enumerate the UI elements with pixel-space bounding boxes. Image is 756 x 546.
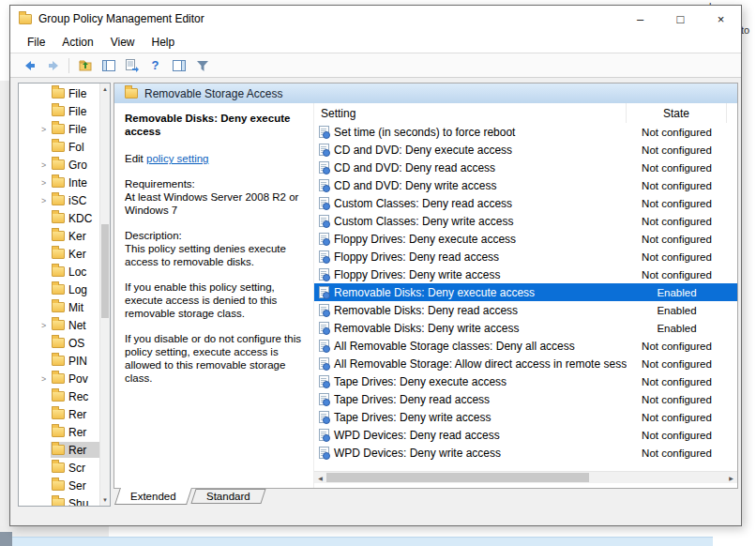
tree-item[interactable]: Ser bbox=[19, 477, 99, 494]
scroll-left-icon[interactable]: ◀ bbox=[314, 472, 326, 483]
tree-item[interactable]: Scr bbox=[19, 459, 99, 477]
tree-item[interactable]: PIN bbox=[19, 352, 99, 370]
tree-node[interactable]: Mit bbox=[51, 299, 99, 315]
menu-help[interactable]: Help bbox=[144, 34, 184, 52]
settings-row[interactable]: Set time (in seconds) to force rebootNot… bbox=[314, 123, 737, 141]
tree-node[interactable]: Pov bbox=[51, 371, 99, 387]
chevron-right-icon[interactable]: > bbox=[41, 374, 51, 384]
list-horizontal-scrollbar[interactable]: ◀ ▶ bbox=[314, 471, 737, 483]
settings-row[interactable]: CD and DVD: Deny write accessNot configu… bbox=[314, 176, 737, 194]
titlebar[interactable]: Group Policy Management Editor – □ × bbox=[10, 6, 741, 32]
settings-row[interactable]: Floppy Drives: Deny execute accessNot co… bbox=[314, 230, 737, 248]
settings-row[interactable]: All Removable Storage classes: Deny all … bbox=[314, 337, 737, 355]
tree-item[interactable]: Shu bbox=[19, 494, 99, 506]
settings-row[interactable]: CD and DVD: Deny read accessNot configur… bbox=[314, 159, 737, 176]
tree-node[interactable]: KDC bbox=[51, 210, 99, 226]
scroll-down-icon[interactable]: ▼ bbox=[100, 494, 110, 506]
edit-policy-setting-link[interactable]: policy setting bbox=[146, 153, 208, 164]
tree-node[interactable]: File bbox=[51, 121, 99, 137]
tree-item[interactable]: >Gro bbox=[19, 156, 99, 174]
chevron-right-icon[interactable]: > bbox=[41, 125, 51, 134]
tree-item[interactable]: KDC bbox=[19, 209, 99, 227]
tree-item[interactable]: >Inte bbox=[19, 174, 99, 191]
menu-file[interactable]: File bbox=[19, 34, 53, 52]
column-header-setting[interactable]: Setting bbox=[314, 103, 627, 123]
up-one-level-icon[interactable] bbox=[73, 54, 97, 76]
tree-item[interactable]: >Net bbox=[19, 316, 99, 334]
settings-row[interactable]: All Removable Storage: Allow direct acce… bbox=[314, 355, 737, 372]
menu-action[interactable]: Action bbox=[53, 34, 101, 52]
tree-item[interactable]: Ker bbox=[19, 245, 99, 263]
settings-row[interactable]: Removable Disks: Deny execute accessEnab… bbox=[314, 283, 737, 301]
tab-standard[interactable]: Standard bbox=[190, 489, 265, 504]
tree-node[interactable]: Rer bbox=[51, 442, 99, 458]
tree-node[interactable]: Rer bbox=[51, 406, 99, 422]
tree-item[interactable]: >File bbox=[19, 120, 99, 138]
tree-node[interactable]: Log bbox=[51, 281, 99, 297]
settings-row[interactable]: Tape Drives: Deny write accessNot config… bbox=[314, 408, 737, 426]
tree-item[interactable]: Mit bbox=[19, 298, 99, 316]
tree-item[interactable]: Rer bbox=[19, 441, 99, 459]
menu-view[interactable]: View bbox=[102, 34, 144, 52]
column-header-state[interactable]: State bbox=[627, 103, 727, 123]
forward-icon[interactable] bbox=[41, 54, 65, 76]
back-icon[interactable] bbox=[18, 54, 41, 76]
tree-node[interactable]: Loc bbox=[51, 264, 99, 280]
tree-node[interactable]: File bbox=[51, 85, 99, 101]
settings-row[interactable]: Floppy Drives: Deny write accessNot conf… bbox=[314, 265, 737, 283]
tree-item[interactable]: Loc bbox=[19, 263, 99, 281]
tree-node[interactable]: Inte bbox=[51, 174, 99, 190]
tree-item[interactable]: OS bbox=[19, 334, 99, 352]
tree-node[interactable]: Scr bbox=[51, 460, 99, 476]
close-button[interactable]: × bbox=[701, 6, 741, 32]
scroll-right-icon[interactable]: ▶ bbox=[725, 472, 737, 483]
filter-icon[interactable] bbox=[190, 54, 214, 76]
scrollbar-thumb[interactable] bbox=[101, 224, 109, 318]
settings-row[interactable]: WPD Devices: Deny write accessNot config… bbox=[314, 444, 737, 462]
chevron-right-icon[interactable]: > bbox=[41, 196, 51, 205]
settings-row[interactable]: Tape Drives: Deny execute accessNot conf… bbox=[314, 372, 737, 390]
help-icon[interactable]: ? bbox=[144, 54, 167, 76]
maximize-button[interactable]: □ bbox=[660, 6, 701, 32]
tab-extended[interactable]: Extended bbox=[114, 488, 191, 505]
minimize-button[interactable]: – bbox=[620, 6, 660, 32]
tree-item[interactable]: Rer bbox=[19, 405, 99, 423]
scrollbar-thumb[interactable] bbox=[326, 473, 589, 482]
tree-node[interactable]: Fol bbox=[51, 139, 99, 155]
chevron-right-icon[interactable]: > bbox=[41, 321, 51, 330]
chevron-right-icon[interactable]: > bbox=[41, 160, 51, 170]
tree-node[interactable]: Shu bbox=[51, 495, 99, 506]
settings-row[interactable]: Custom Classes: Deny read accessNot conf… bbox=[314, 194, 737, 212]
tree-node[interactable]: PIN bbox=[51, 353, 99, 369]
tree-vertical-scrollbar[interactable]: ▲ ▼ bbox=[99, 83, 110, 506]
export-list-icon[interactable] bbox=[120, 54, 144, 76]
settings-row[interactable]: Floppy Drives: Deny read accessNot confi… bbox=[314, 248, 737, 265]
tree-node[interactable]: Rer bbox=[51, 424, 99, 440]
tree-item[interactable]: File bbox=[19, 84, 99, 102]
tree-item[interactable]: File bbox=[19, 102, 99, 120]
settings-row[interactable]: WPD Devices: Deny read accessNot configu… bbox=[314, 426, 737, 444]
settings-row[interactable]: CD and DVD: Deny execute accessNot confi… bbox=[314, 141, 737, 159]
tree-node[interactable]: Ker bbox=[51, 228, 99, 244]
settings-row[interactable]: Removable Disks: Deny read accessEnabled bbox=[314, 301, 737, 319]
tree-node[interactable]: Ker bbox=[51, 246, 99, 262]
tree-node[interactable]: File bbox=[51, 103, 99, 119]
tree-item[interactable]: >Pov bbox=[19, 370, 99, 387]
scroll-up-icon[interactable]: ▲ bbox=[100, 83, 110, 95]
tree-item[interactable]: Rec bbox=[19, 387, 99, 405]
settings-row[interactable]: Custom Classes: Deny write accessNot con… bbox=[314, 212, 737, 230]
chevron-right-icon[interactable]: > bbox=[41, 178, 51, 188]
settings-row[interactable]: Removable Disks: Deny write accessEnable… bbox=[314, 319, 737, 337]
tree-item[interactable]: Fol bbox=[19, 138, 99, 156]
tree-node[interactable]: Ser bbox=[51, 478, 99, 493]
settings-row[interactable]: Tape Drives: Deny read accessNot configu… bbox=[314, 390, 737, 408]
tree-node[interactable]: iSC bbox=[51, 192, 99, 208]
tree-node[interactable]: Rec bbox=[51, 388, 99, 404]
show-action-pane-icon[interactable] bbox=[167, 54, 190, 76]
tree-node[interactable]: Gro bbox=[51, 157, 99, 173]
tree-node[interactable]: Net bbox=[51, 317, 99, 333]
show-console-tree-icon[interactable] bbox=[97, 54, 120, 76]
tree-node[interactable]: OS bbox=[51, 335, 99, 351]
tree-item[interactable]: Log bbox=[19, 281, 99, 298]
tree-item[interactable]: Rer bbox=[19, 423, 99, 441]
